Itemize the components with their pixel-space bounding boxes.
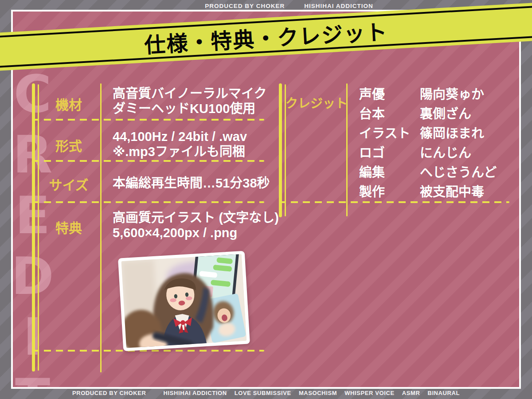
bonus-illustration-art [121, 254, 246, 348]
credit-table-left-rule-thick [279, 83, 282, 217]
top-bar-producer-text: PRODUCED BY CHOKER [205, 3, 285, 9]
credit-role-production: 製作 [359, 181, 420, 200]
credit-role-illustration: イラスト [359, 123, 420, 141]
footer-item-binaural: BINAURAL [427, 390, 460, 396]
page: { "top_bar": { "left_text": "PRODUCED BY… [0, 0, 532, 399]
spec-row-divider-1 [32, 119, 264, 121]
credit-table-label: クレジット [286, 94, 346, 111]
spec-row-divider-3 [32, 201, 264, 203]
footer-item-title: HISHIHAI ADDICTION [163, 390, 227, 396]
spec-value-equipment-line2: ダミーヘッドKU100使用 [113, 102, 255, 116]
spec-value-equipment-line1: 高音質バイノーラルマイク [113, 86, 266, 101]
spec-label-size: サイズ [37, 174, 100, 194]
bottom-bar: PRODUCED BY CHOKER HISHIHAI ADDICTION LO… [0, 387, 532, 399]
spec-row-divider-4 [32, 350, 264, 352]
spec-label-bonus: 特典 [37, 217, 100, 237]
spec-label-format: 形式 [37, 135, 100, 155]
spec-value-format: 44,100Hz / 24bit / .wav※.mp3ファイルも同梱 [113, 129, 247, 159]
credit-name-production: 被支配中毒 [420, 181, 484, 200]
spec-value-equipment: 高音質バイノーラルマイクダミーヘッドKU100使用 [113, 86, 266, 116]
spec-value-format-line1: 44,100Hz / 24bit / .wav [113, 129, 247, 144]
spec-table-column-divider [100, 83, 102, 372]
credit-rows: 声優 陽向葵ゅか 台本 裏側ざん イラスト 篠岡ほまれ ロゴ にんじん 編集 へ… [359, 83, 497, 200]
footer-item-producer: PRODUCED BY CHOKER [72, 390, 146, 396]
credit-row-illustration: イラスト 篠岡ほまれ [359, 122, 497, 142]
bonus-illustration-thumbnail [118, 251, 250, 352]
footer-item-asmr: ASMR [402, 390, 420, 396]
footer-item-whisper-voice: WHISPER VOICE [344, 390, 395, 396]
spec-value-size-line1: 本編総再生時間…51分38秒 [113, 176, 270, 190]
footer-item-love-submissive: LOVE SUBMISSIVE [235, 390, 291, 396]
credit-name-editing: へじさうんど [420, 162, 497, 180]
spec-table-left-rule-thick [32, 83, 35, 372]
spec-row-divider-2 [32, 160, 264, 162]
spec-value-bonus-line1: 高画質元イラスト (文字なし) [113, 211, 279, 225]
credit-row-script: 台本 裏側ざん [359, 103, 497, 122]
credit-row-production: 製作 被支配中毒 [359, 181, 497, 200]
credit-row-voice: 声優 陽向葵ゅか [359, 83, 497, 103]
credit-role-voice: 声優 [359, 84, 420, 102]
credit-name-logo: にんじん [420, 142, 471, 161]
credit-row-logo: ロゴ にんじん [359, 142, 497, 161]
credit-name-script: 裏側ざん [420, 103, 471, 122]
credit-name-illustration: 篠岡ほまれ [420, 123, 484, 141]
spec-value-bonus-line2: 5,600×4,200px / .png [113, 226, 237, 240]
spec-value-bonus: 高画質元イラスト (文字なし)5,600×4,200px / .png [113, 210, 279, 240]
credit-table-bottom-divider [279, 201, 509, 203]
credit-role-script: 台本 [359, 103, 420, 122]
credit-row-editing: 編集 へじさうんど [359, 161, 497, 181]
footer-item-masochism: MASOCHISM [299, 390, 337, 396]
spec-value-format-line2: ※.mp3ファイルも同梱 [113, 145, 245, 159]
credit-role-logo: ロゴ [359, 142, 420, 161]
credit-role-editing: 編集 [359, 162, 420, 180]
top-bar-title-text: HISHIHAI ADDICTION [304, 3, 373, 9]
spec-label-equipment: 機材 [37, 94, 100, 113]
credit-name-voice: 陽向葵ゅか [420, 84, 484, 102]
spec-value-size: 本編総再生時間…51分38秒 [113, 176, 270, 191]
